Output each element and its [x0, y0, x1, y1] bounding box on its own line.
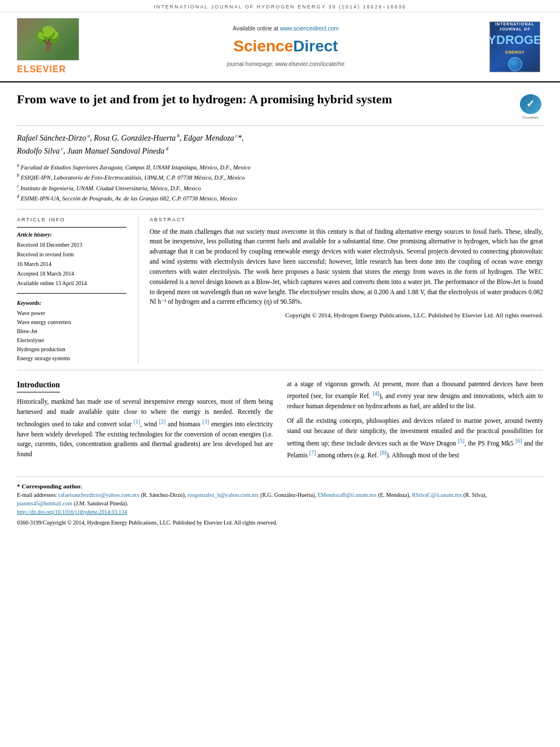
corresponding-author-note: * Corresponding author. — [17, 482, 543, 491]
article-info-col: ARTICLE INFO Article history: Received 1… — [17, 216, 138, 363]
ref-6-link[interactable]: [6] — [515, 438, 522, 444]
footnote-area: * Corresponding author. E-mail addresses… — [17, 477, 543, 527]
sciencedirect-orange: Science — [233, 37, 293, 55]
body-left-col: Introduction Historically, mankind has m… — [17, 379, 273, 465]
keyword-2: Wave energy converters — [17, 318, 126, 327]
affil-c-text: Instituto de Ingeniería, UNAM. Ciudad Un… — [20, 185, 201, 191]
elsevier-logo: ELSEVIER — [17, 18, 85, 76]
keyword-3: Blow-Jet — [17, 327, 126, 336]
keywords-divider — [17, 293, 126, 294]
journal-header-bar: International Journal of Hydrogen Energy… — [0, 0, 560, 12]
introduction-heading: Introduction — [17, 379, 60, 393]
keyword-4: Electrolyser — [17, 336, 126, 345]
crossmark-icon: ✓ — [520, 94, 541, 114]
email-juan-link[interactable]: juanms45@hotmail.com — [17, 500, 72, 506]
crossmark-label: CrossMark — [522, 115, 539, 120]
body-right-col: at a stage of vigorous growth. At presen… — [287, 379, 544, 465]
affil-b-text: ESIQIE-IPN, Laboratorio de Foto-Electroc… — [21, 174, 245, 181]
email-label: E-mail addresses: — [17, 492, 57, 498]
affil-b: b ESIQIE-IPN, Laboratorio de Foto-Electr… — [17, 172, 543, 182]
keyword-5: Hydrogen production — [17, 345, 126, 354]
journal-logo-globe-icon — [508, 57, 522, 71]
sciencedirect-title: ScienceDirect — [90, 35, 481, 57]
ref-2-link[interactable]: [2] — [159, 418, 166, 425]
abstract-paragraph: One of the main challenges that our soci… — [150, 227, 543, 308]
article-content: From wave to jet and from jet to hydroge… — [0, 82, 560, 527]
journal-homepage-text: journal homepage: www.elsevier.com/locat… — [90, 60, 481, 68]
affil-a-text: Facultad de Estudios Superiores Zaragoza… — [21, 164, 251, 171]
affil-c: c Instituto de Ingeniería, UNAM. Ciudad … — [17, 183, 543, 193]
ref-8-link[interactable]: [8] — [380, 449, 387, 456]
sciencedirect-url-link[interactable]: www.sciencedirect.com — [280, 25, 339, 32]
sciencedirect-blue: Direct — [293, 37, 338, 55]
author-juan: Juan Manuel Sandoval Pineda — [67, 147, 164, 155]
available-online-text: Available online at www.sciencedirect.co… — [90, 25, 481, 33]
journal-logo-hydrogen: HYDROGEN — [489, 32, 540, 49]
sciencedirect-center: Available online at www.sciencedirect.co… — [90, 25, 481, 68]
ref-5-link[interactable]: [5] — [458, 438, 465, 444]
keyword-6: Energy storage systems — [17, 354, 126, 363]
author-rosa-sup: b — [176, 133, 180, 138]
affil-d-sup: d — [17, 194, 19, 199]
received-date-1: Received 18 December 2013 — [17, 241, 126, 249]
author-edgar: Edgar Mendoza — [183, 134, 234, 142]
ref-7-link[interactable]: [7] — [309, 449, 316, 456]
copyright-footer: 0360-3199/Copyright © 2014, Hydrogen Ene… — [17, 518, 543, 527]
affil-c-sup: c — [17, 184, 19, 189]
affiliations-section: a Facultad de Estudios Superiores Zarago… — [17, 162, 543, 209]
intro-para-right-2: Of all the existing concepts, philosophi… — [287, 416, 544, 461]
ref-1-link[interactable]: [1] — [134, 418, 141, 425]
doi-link[interactable]: http://dx.doi.org/10.1016/j.ijhydene.201… — [17, 509, 127, 515]
intro-para-right-1: at a stage of vigorous growth. At presen… — [287, 379, 544, 412]
info-abstract-row: ARTICLE INFO Article history: Received 1… — [17, 209, 543, 370]
author-rodolfo-sup: c — [60, 146, 63, 151]
journal-logo-energy: ENERGY — [505, 49, 524, 55]
ref-3-link[interactable]: [3] — [203, 418, 209, 425]
corresponding-star-note: * Corresponding author. — [17, 483, 82, 490]
crossmark-area: ✓ CrossMark — [518, 94, 543, 120]
hydrogen-journal-logo: International Journal of HYDROGEN ENERGY — [489, 21, 540, 72]
affil-d-text: ESIME-IPN-UA, Sección de Posgrado, Av. d… — [21, 195, 237, 201]
author-rosa: Rosa G. González-Huerta — [94, 134, 176, 142]
body-content: Introduction Historically, mankind has m… — [17, 370, 543, 465]
email-rafael-link[interactable]: rafaelsanchezdirzo@yahoo.com.mx — [58, 492, 139, 498]
hydrogen-journal-logo-area: International Journal of HYDROGEN ENERGY — [487, 21, 543, 72]
revised-date: 16 March 2014 — [17, 260, 126, 268]
email-footnote: E-mail addresses: rafaelsanchezdirzo@yah… — [17, 491, 543, 508]
article-history-label: Article history: — [17, 231, 126, 239]
received-revised-label: Received in revised form — [17, 250, 126, 259]
abstract-text: One of the main challenges that our soci… — [150, 227, 543, 321]
email-rodolfo-link[interactable]: RSilvaC@ii.unam.mx — [412, 492, 462, 498]
accepted-date: Accepted 18 March 2014 — [17, 269, 126, 278]
header-logos-area: ELSEVIER Available online at www.science… — [0, 12, 560, 82]
author-rafael: Rafael Sánchez-Dirzo — [17, 134, 86, 142]
author-rodolfo: Rodolfo Silva — [17, 147, 60, 155]
intro-left-text: Historically, mankind has made use of se… — [17, 397, 273, 460]
journal-citation: International Journal of Hydrogen Energy… — [154, 4, 406, 10]
author-juan-sup: d — [164, 146, 168, 151]
elsevier-brand-text: ELSEVIER — [17, 63, 66, 76]
affil-b-sup: b — [17, 173, 19, 178]
affil-a: a Facultad de Estudios Superiores Zarago… — [17, 162, 543, 172]
journal-logo-title1: International Journal of — [490, 22, 540, 32]
intro-para-1: Historically, mankind has made use of se… — [17, 397, 273, 460]
keyword-1: Wave power — [17, 309, 126, 318]
affil-d: d ESIME-IPN-UA, Sección de Posgrado, Av.… — [17, 193, 543, 203]
keywords-section: Keywords: Wave power Wave energy convert… — [17, 299, 126, 363]
abstract-col: ABSTRACT One of the main challenges that… — [138, 216, 543, 363]
abstract-copyright: Copyright © 2014, Hydrogen Energy Public… — [150, 311, 543, 320]
authors-section: Rafael Sánchez-Dirzo a, Rosa G. González… — [17, 126, 543, 162]
article-title-section: From wave to jet and from jet to hydroge… — [17, 82, 543, 126]
info-divider — [17, 227, 126, 228]
email-edgar-link[interactable]: EMendozaB@ii.unam.mx — [317, 492, 377, 498]
available-online-date: Available online 13 April 2014 — [17, 279, 126, 287]
ref-4-link[interactable]: [4] — [373, 390, 379, 396]
keywords-label: Keywords: — [17, 299, 126, 307]
elsevier-tree-icon — [17, 18, 79, 60]
corresponding-star: * — [238, 134, 242, 142]
email-rosa-link[interactable]: rosgonzalez_h@yahoo.com.mx — [187, 492, 259, 498]
article-info-label: ARTICLE INFO — [17, 216, 126, 224]
doi-footnote: http://dx.doi.org/10.1016/j.ijhydene.201… — [17, 508, 543, 516]
article-title: From wave to jet and from jet to hydroge… — [17, 91, 392, 108]
abstract-label: ABSTRACT — [150, 216, 543, 224]
